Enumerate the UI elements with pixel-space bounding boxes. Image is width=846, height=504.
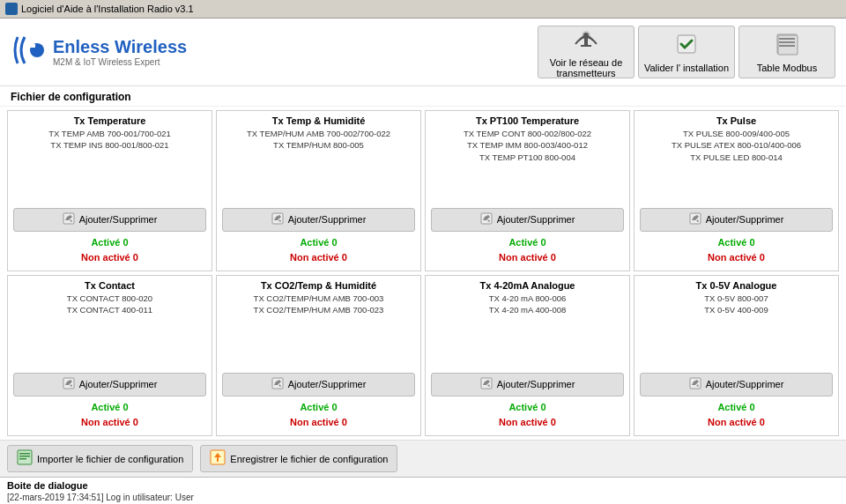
card-tx-4-20ma: Tx 4-20mA Analogue TX 4-20 mA 800-006TX … <box>425 275 630 436</box>
svg-rect-22 <box>19 458 26 460</box>
card-tx-0-5v-models: TX 0-5V 800-007TX 0-5V 400-009 <box>640 293 833 369</box>
card-tx-0-5v-btn[interactable]: Ajouter/Supprimer <box>640 373 833 397</box>
svg-rect-10 <box>779 45 795 47</box>
card-tx-co2-status: Activé 0 Non activé 0 <box>222 400 415 431</box>
modbus-table-button[interactable]: Table Modbus <box>738 26 835 78</box>
save-config-button[interactable]: Enregistrer le fichier de configuration <box>200 445 397 472</box>
import-config-button[interactable]: Importer le fichier de configuration <box>7 445 193 472</box>
svg-rect-9 <box>779 41 795 43</box>
svg-rect-21 <box>19 456 30 457</box>
validate-icon <box>674 32 699 61</box>
card-tx-temperature-models: TX TEMP AMB 700-001/700-021TX TEMP INS 8… <box>13 128 206 204</box>
card-tx-temp-humidity: Tx Temp & Humidité TX TEMP/HUM AMB 700-0… <box>216 110 421 271</box>
card-tx-4-20ma-models: TX 4-20 mA 800-006TX 4-20 mA 400-008 <box>431 293 624 369</box>
svg-rect-19 <box>18 450 32 464</box>
card-tx-pulse-status: Activé 0 Non activé 0 <box>640 235 833 266</box>
card-tx-contact-inactive: Non activé 0 <box>13 415 206 431</box>
card-tx-co2-inactive: Non activé 0 <box>222 415 415 431</box>
save-config-label: Enregistrer le fichier de configuration <box>230 454 388 464</box>
dialog-title: Boite de dialogue <box>7 480 839 491</box>
svg-rect-8 <box>779 38 795 40</box>
card-tx-temp-humidity-active: Activé 0 <box>222 235 415 251</box>
card-tx-co2-models: TX CO2/TEMP/HUM AMB 700-003TX CO2/TEMP/H… <box>222 293 415 369</box>
card-tx-co2-btn-label: Ajouter/Supprimer <box>288 379 367 389</box>
card-tx-temperature-btn[interactable]: Ajouter/Supprimer <box>13 208 206 232</box>
logo-area: Enless Wireless M2M & IoT Wireless Exper… <box>11 28 538 77</box>
card-tx-temp-humidity-status: Activé 0 Non activé 0 <box>222 235 415 266</box>
card-tx-pulse: Tx Pulse TX PULSE 800-009/400-005TX PULS… <box>634 110 839 271</box>
card-tx-contact: Tx Contact TX CONTACT 800-020TX CONTACT … <box>7 275 212 436</box>
card-tx-co2-title: Tx CO2/Temp & Humidité <box>222 280 415 291</box>
edit-icon-3 <box>480 212 493 227</box>
card-row-1: Tx Temperature TX TEMP AMB 700-001/700-0… <box>7 110 839 271</box>
title-bar: Logiciel d'Aide à l'Installation Radio v… <box>0 0 846 19</box>
edit-icon <box>63 212 75 227</box>
grid-area: Tx Temperature TX TEMP AMB 700-001/700-0… <box>0 107 846 440</box>
card-tx-0-5v-title: Tx 0-5V Analogue <box>640 280 833 291</box>
logo-text: Enless Wireless M2M & IoT Wireless Exper… <box>53 37 187 67</box>
card-tx-0-5v-btn-label: Ajouter/Supprimer <box>706 379 784 389</box>
modbus-icon <box>775 32 799 61</box>
card-tx-co2: Tx CO2/Temp & Humidité TX CO2/TEMP/HUM A… <box>216 275 421 436</box>
edit-icon-7 <box>480 377 493 392</box>
card-tx-co2-active: Activé 0 <box>222 400 415 416</box>
card-tx-contact-btn-label: Ajouter/Supprimer <box>79 379 158 389</box>
card-tx-pulse-title: Tx Pulse <box>640 115 833 126</box>
card-tx-temp-humidity-btn[interactable]: Ajouter/Supprimer <box>222 208 415 232</box>
edit-icon-2 <box>271 212 284 227</box>
import-config-label: Importer le fichier de configuration <box>37 454 183 464</box>
edit-icon-8 <box>689 377 701 392</box>
card-tx-0-5v: Tx 0-5V Analogue TX 0-5V 800-007TX 0-5V … <box>634 275 839 436</box>
see-network-button[interactable]: Voir le réseau de transmetteurs <box>538 26 634 78</box>
card-tx-temp-humidity-btn-label: Ajouter/Supprimer <box>288 214 367 225</box>
toolbar: Voir le réseau de transmetteurs Valider … <box>538 26 835 78</box>
validate-install-button[interactable]: Valider l' installation <box>638 26 735 78</box>
card-tx-pt100: Tx PT100 Temperature TX TEMP CONT 800-00… <box>425 110 630 271</box>
card-tx-pulse-inactive: Non activé 0 <box>640 250 833 266</box>
card-tx-contact-btn[interactable]: Ajouter/Supprimer <box>13 373 206 397</box>
card-tx-temperature-title: Tx Temperature <box>13 115 206 126</box>
card-tx-4-20ma-inactive: Non activé 0 <box>431 415 624 431</box>
card-tx-4-20ma-btn[interactable]: Ajouter/Supprimer <box>431 373 624 397</box>
card-tx-pt100-btn[interactable]: Ajouter/Supprimer <box>431 208 624 232</box>
card-tx-0-5v-inactive: Non activé 0 <box>640 415 833 431</box>
card-tx-0-5v-active: Activé 0 <box>640 400 833 416</box>
edit-icon-5 <box>63 377 75 392</box>
dialog-log: [22-mars-2019 17:34:51] Log in utilisate… <box>7 493 839 502</box>
card-tx-contact-models: TX CONTACT 800-020TX CONTACT 400-011 <box>13 293 206 369</box>
validate-install-label: Valider l' installation <box>644 63 729 73</box>
config-section-title: Fichier de configuration <box>0 86 846 107</box>
network-icon <box>574 26 598 56</box>
svg-rect-3 <box>584 38 588 45</box>
modbus-table-label: Table Modbus <box>757 63 818 73</box>
edit-icon-6 <box>271 377 284 392</box>
card-tx-0-5v-status: Activé 0 Non activé 0 <box>640 400 833 431</box>
logo-title: Enless Wireless <box>53 37 187 57</box>
header: Enless Wireless M2M & IoT Wireless Exper… <box>0 19 846 86</box>
card-tx-temp-humidity-models: TX TEMP/HUM AMB 700-002/700-022TX TEMP/H… <box>222 128 415 204</box>
card-tx-pulse-btn-label: Ajouter/Supprimer <box>706 214 784 225</box>
svg-rect-20 <box>19 453 30 455</box>
dialog-box: Boite de dialogue [22-mars-2019 17:34:51… <box>0 477 846 504</box>
card-tx-temperature-btn-label: Ajouter/Supprimer <box>79 214 158 225</box>
card-tx-4-20ma-status: Activé 0 Non activé 0 <box>431 400 624 431</box>
footer-buttons: Importer le fichier de configuration Enr… <box>0 440 846 477</box>
card-row-2: Tx Contact TX CONTACT 800-020TX CONTACT … <box>7 275 839 436</box>
card-tx-contact-status: Activé 0 Non activé 0 <box>13 400 206 431</box>
card-tx-pt100-status: Activé 0 Non activé 0 <box>431 235 624 266</box>
card-tx-temperature-inactive: Non activé 0 <box>13 250 206 266</box>
card-tx-temp-humidity-inactive: Non activé 0 <box>222 250 415 266</box>
save-icon <box>210 449 226 468</box>
card-tx-temperature-status: Activé 0 Non activé 0 <box>13 235 206 266</box>
edit-icon-4 <box>689 212 701 227</box>
card-tx-pt100-inactive: Non activé 0 <box>431 250 624 266</box>
import-icon <box>17 449 33 468</box>
card-tx-pulse-models: TX PULSE 800-009/400-005TX PULSE ATEX 80… <box>640 128 833 204</box>
svg-point-2 <box>583 33 589 38</box>
logo-subtitle: M2M & IoT Wireless Expert <box>53 57 187 67</box>
card-tx-pulse-btn[interactable]: Ajouter/Supprimer <box>640 208 833 232</box>
app-icon <box>5 3 18 15</box>
card-tx-4-20ma-btn-label: Ajouter/Supprimer <box>497 379 575 389</box>
card-tx-pulse-active: Activé 0 <box>640 235 833 251</box>
card-tx-co2-btn[interactable]: Ajouter/Supprimer <box>222 373 415 397</box>
